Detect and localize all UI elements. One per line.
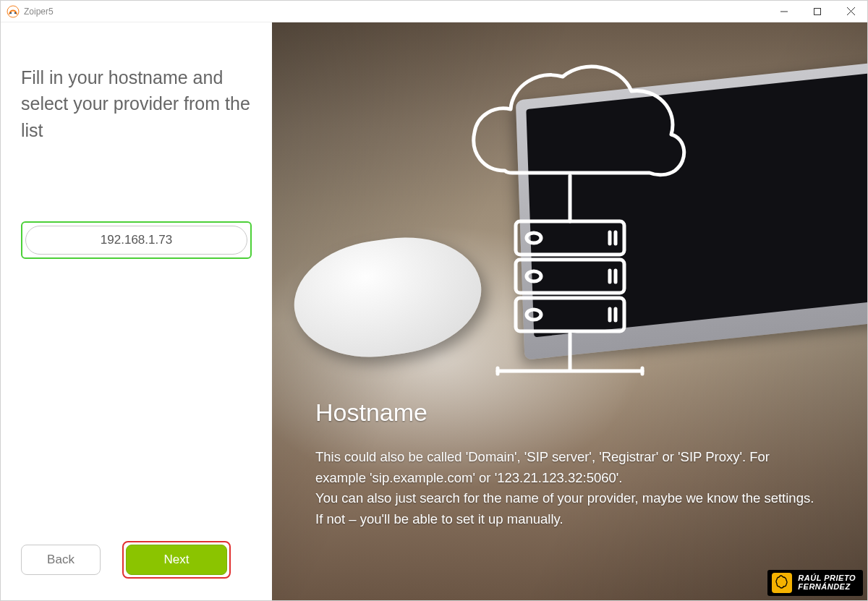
watermark-line1: RAÚL PRIETO	[798, 574, 856, 582]
svg-point-0	[7, 6, 19, 17]
next-highlight: Next	[122, 541, 231, 579]
info-text: Hostname This could also be called 'Doma…	[315, 398, 824, 530]
watermark: RAÚL PRIETO FERNÁNDEZ	[767, 570, 863, 596]
window-title: Zoiper5	[24, 7, 54, 17]
info-paragraph-1: This could also be called 'Domain', 'SIP…	[315, 447, 824, 488]
hostname-input[interactable]	[25, 226, 247, 255]
svg-point-1	[10, 12, 12, 13]
right-panel: Hostname This could also be called 'Doma…	[272, 22, 867, 600]
info-paragraph-2: You can also just search for the name of…	[315, 488, 824, 529]
info-title: Hostname	[315, 398, 824, 427]
watermark-line2: FERNÁNDEZ	[798, 582, 850, 591]
left-panel: Fill in your hostname and select your pr…	[1, 22, 272, 600]
maximize-button[interactable]	[801, 1, 834, 22]
hostname-highlight	[21, 221, 252, 259]
svg-point-13	[527, 310, 541, 320]
svg-point-11	[527, 233, 541, 243]
app-icon	[7, 5, 20, 18]
app-window: Zoiper5 Fill in your hostname and select…	[0, 0, 868, 601]
svg-point-12	[527, 271, 541, 281]
minimize-button[interactable]	[767, 1, 801, 22]
svg-rect-4	[814, 8, 821, 14]
next-button-label: Next	[164, 553, 190, 567]
back-button-label: Back	[47, 553, 75, 567]
titlebar: Zoiper5	[1, 1, 867, 22]
back-button[interactable]: Back	[21, 545, 101, 575]
close-button[interactable]	[834, 1, 867, 22]
next-button[interactable]: Next	[126, 545, 227, 575]
content-area: Fill in your hostname and select your pr…	[1, 22, 867, 600]
watermark-text: RAÚL PRIETO FERNÁNDEZ	[798, 574, 856, 591]
button-row: Back Next	[21, 541, 252, 579]
brain-icon	[772, 573, 792, 593]
svg-point-2	[14, 12, 16, 13]
instruction-heading: Fill in your hostname and select your pr…	[21, 64, 252, 143]
cloud-server-icon	[440, 51, 700, 391]
